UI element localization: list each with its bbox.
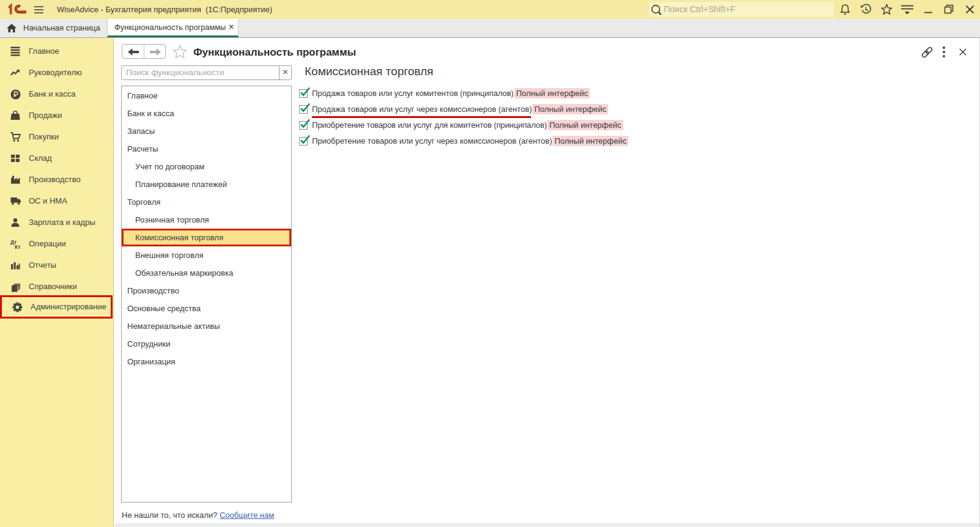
svg-text:Кт: Кт	[15, 244, 20, 249]
